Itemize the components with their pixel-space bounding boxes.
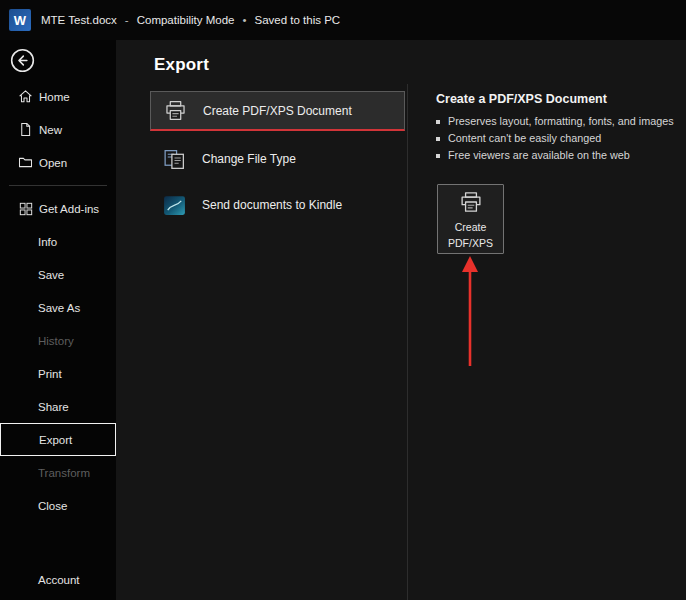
export-content: Create PDF/XPS Document Change File Type <box>116 84 686 600</box>
option-change-file-type[interactable]: Change File Type <box>150 136 405 182</box>
filename: MTE Test.docx <box>41 14 117 26</box>
bullet-text: Content can't be easily changed <box>448 130 601 147</box>
sidebar-item-save[interactable]: Save <box>0 258 116 291</box>
detail-bullet: Free viewers are available on the web <box>436 147 686 164</box>
create-button-line1: Create <box>455 221 487 234</box>
pdf-xps-detail-panel: Create a PDF/XPS Document Preserves layo… <box>407 84 686 600</box>
backstage-sidebar: Home New Open Get Add-ins Info Save <box>0 40 116 600</box>
open-folder-icon <box>18 155 33 170</box>
sidebar-item-save-as[interactable]: Save As <box>0 291 116 324</box>
option-label: Create PDF/XPS Document <box>203 104 352 118</box>
sidebar-item-label: Export <box>39 434 72 446</box>
sidebar-item-label: Close <box>38 500 67 512</box>
page-title: Export <box>154 55 686 75</box>
sidebar-item-transform: Transform <box>0 456 116 489</box>
red-arrow-annotation <box>457 256 483 374</box>
export-options-list: Create PDF/XPS Document Change File Type <box>116 84 407 600</box>
title-dot: • <box>242 14 246 26</box>
titlebar: W MTE Test.docx - Compatibility Mode • S… <box>0 0 686 40</box>
sidebar-item-label: Share <box>38 401 69 413</box>
sidebar-item-label: New <box>39 124 62 136</box>
create-pdf-xps-button[interactable]: Create PDF/XPS <box>437 184 504 254</box>
export-header: Export <box>116 40 686 84</box>
sidebar-item-label: Save As <box>38 302 80 314</box>
sidebar-item-label: History <box>38 335 74 347</box>
back-button[interactable] <box>10 48 35 76</box>
sidebar-item-home[interactable]: Home <box>0 80 116 113</box>
square-bullet-icon <box>436 137 440 141</box>
sidebar-item-print[interactable]: Print <box>0 357 116 390</box>
sidebar-item-label: Get Add-ins <box>39 203 99 215</box>
change-file-type-icon <box>161 146 187 172</box>
option-send-documents-to-kindle[interactable]: Send documents to Kindle <box>150 182 405 228</box>
detail-bullet: Content can't be easily changed <box>436 130 686 147</box>
sidebar-item-label: Home <box>39 91 70 103</box>
backstage-view: Home New Open Get Add-ins Info Save <box>0 40 686 600</box>
saved-status: Saved to this PC <box>255 14 341 26</box>
compatibility-mode-label: Compatibility Mode <box>137 14 235 26</box>
detail-heading: Create a PDF/XPS Document <box>436 92 686 106</box>
create-pdf-printer-icon <box>458 189 484 218</box>
detail-bullet: Preserves layout, formatting, fonts, and… <box>436 113 686 130</box>
sidebar-item-open[interactable]: Open <box>0 146 116 179</box>
sidebar-item-share[interactable]: Share <box>0 390 116 423</box>
kindle-icon <box>161 192 187 218</box>
option-create-pdf-xps-document[interactable]: Create PDF/XPS Document <box>150 91 405 131</box>
pdf-xps-document-icon <box>162 98 188 124</box>
sidebar-item-history: History <box>0 324 116 357</box>
document-title: MTE Test.docx - Compatibility Mode • Sav… <box>41 14 340 26</box>
sidebar-item-label: Open <box>39 157 67 169</box>
sidebar-item-label: Print <box>38 368 62 380</box>
sidebar-item-new[interactable]: New <box>0 113 116 146</box>
new-document-icon <box>18 122 33 137</box>
home-icon <box>18 89 33 104</box>
option-label: Change File Type <box>202 152 296 166</box>
sidebar-item-account[interactable]: Account <box>0 563 116 596</box>
sidebar-item-get-add-ins[interactable]: Get Add-ins <box>0 192 116 225</box>
title-dash: - <box>125 14 129 26</box>
square-bullet-icon <box>436 154 440 158</box>
sidebar-item-info[interactable]: Info <box>0 225 116 258</box>
sidebar-item-export[interactable]: Export <box>0 423 116 456</box>
back-arrow-icon <box>10 61 35 76</box>
bullet-text: Free viewers are available on the web <box>448 147 630 164</box>
create-button-line2: PDF/XPS <box>448 237 493 250</box>
sidebar-item-label: Info <box>38 236 57 248</box>
option-label: Send documents to Kindle <box>202 198 342 212</box>
sidebar-item-label: Transform <box>38 467 90 479</box>
square-bullet-icon <box>436 120 440 124</box>
sidebar-divider <box>9 185 107 186</box>
word-logo-icon: W <box>9 9 31 31</box>
export-page: Export Cre <box>116 40 686 600</box>
sidebar-item-label: Account <box>38 574 80 586</box>
add-ins-grid-icon <box>18 201 33 216</box>
sidebar-item-label: Save <box>38 269 64 281</box>
bullet-text: Preserves layout, formatting, fonts, and… <box>448 113 674 130</box>
sidebar-item-close[interactable]: Close <box>0 489 116 522</box>
